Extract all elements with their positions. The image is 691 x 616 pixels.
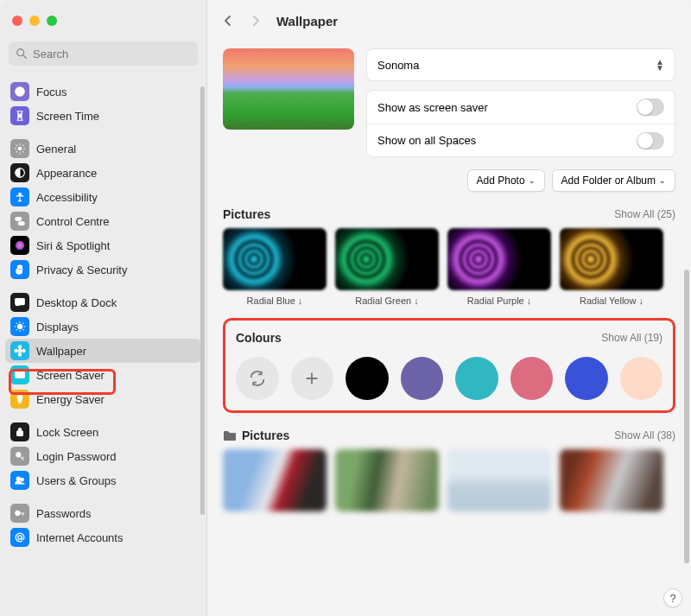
colour-swatch[interactable] bbox=[401, 357, 444, 400]
sidebar-nav: FocusScreen TimeGeneralAppearanceAccessi… bbox=[0, 71, 206, 616]
appearance-icon bbox=[10, 163, 29, 182]
sidebar-item-focus[interactable]: Focus bbox=[5, 79, 201, 104]
sidebar-item-label: Wallpaper bbox=[36, 345, 86, 358]
forward-button[interactable] bbox=[250, 16, 261, 26]
user-picture-thumb[interactable] bbox=[223, 449, 326, 511]
sidebar-item-login-password[interactable]: Login Password bbox=[5, 444, 201, 468]
user-picture-thumb[interactable] bbox=[560, 449, 663, 511]
sidebar-item-displays[interactable]: Displays bbox=[5, 314, 201, 339]
wallpaper-name-select[interactable]: Sonoma ▲▼ bbox=[366, 48, 675, 81]
sidebar-item-label: Energy Saver bbox=[36, 393, 105, 406]
thumbnail-label: Radial Green ↓ bbox=[355, 295, 418, 306]
at-icon bbox=[10, 528, 29, 547]
add-photo-button[interactable]: Add Photo⌄ bbox=[467, 169, 545, 192]
sidebar-item-label: Lock Screen bbox=[36, 426, 98, 439]
sidebar-item-wallpaper[interactable]: Wallpaper bbox=[5, 339, 201, 363]
page-title: Wallpaper bbox=[276, 14, 338, 29]
sidebar-item-general[interactable]: General bbox=[5, 137, 201, 161]
sidebar-item-label: Desktop & Dock bbox=[36, 296, 117, 309]
colour-swatch[interactable] bbox=[455, 357, 498, 400]
wallpaper-preview[interactable] bbox=[223, 48, 354, 130]
sidebar-item-users-groups[interactable]: Users & Groups bbox=[5, 468, 201, 492]
sidebar-item-label: Appearance bbox=[36, 167, 97, 180]
lock-icon bbox=[10, 422, 29, 441]
minimize-button[interactable] bbox=[29, 16, 40, 26]
search-field[interactable] bbox=[9, 41, 198, 66]
colour-swatch[interactable] bbox=[510, 357, 554, 400]
hand-icon bbox=[10, 260, 29, 279]
gear-icon bbox=[10, 139, 29, 158]
wallpaper-thumbnail[interactable] bbox=[447, 228, 551, 290]
svg-point-2 bbox=[16, 87, 25, 97]
sidebar-item-label: Login Password bbox=[36, 450, 117, 463]
sidebar-item-label: Users & Groups bbox=[36, 474, 116, 487]
sidebar-item-control-centre[interactable]: Control Centre bbox=[5, 209, 201, 233]
svg-rect-19 bbox=[17, 431, 23, 435]
hourglass-icon bbox=[10, 106, 29, 125]
section-title: Pictures bbox=[223, 429, 289, 442]
colour-swatch[interactable] bbox=[346, 357, 389, 400]
show-all-user-pics[interactable]: Show All (38) bbox=[614, 429, 675, 441]
screensaver-icon bbox=[10, 365, 29, 384]
thumbnail-label: Radial Purple ↓ bbox=[467, 295, 532, 306]
svg-point-21 bbox=[16, 477, 20, 480]
add-colour-button[interactable] bbox=[291, 357, 334, 400]
sidebar-item-lock-screen[interactable]: Lock Screen bbox=[5, 420, 201, 444]
sidebar-item-label: Focus bbox=[36, 86, 67, 98]
traffic-lights bbox=[12, 16, 57, 26]
svg-rect-7 bbox=[18, 222, 24, 225]
wallpaper-thumbnail[interactable] bbox=[560, 228, 663, 290]
toggle-label: Show on all Spaces bbox=[377, 134, 476, 147]
zoom-button[interactable] bbox=[47, 16, 57, 26]
sun-icon bbox=[10, 317, 29, 336]
sidebar-item-screen-saver[interactable]: Screen Saver bbox=[5, 363, 201, 387]
sidebar-item-label: Siri & Spotlight bbox=[36, 239, 110, 252]
svg-rect-10 bbox=[16, 304, 20, 306]
key-icon bbox=[10, 504, 29, 523]
moon-icon bbox=[10, 82, 29, 101]
sidebar-scrollbar[interactable] bbox=[200, 86, 205, 515]
sidebar-item-internet-accounts[interactable]: Internet Accounts bbox=[5, 525, 201, 549]
section-title: Pictures bbox=[223, 207, 270, 221]
wallpaper-thumbnail[interactable] bbox=[223, 228, 326, 290]
colour-swatch[interactable] bbox=[620, 357, 663, 400]
colour-swatch[interactable] bbox=[565, 357, 608, 400]
sidebar-item-passwords[interactable]: Passwords bbox=[5, 501, 201, 525]
close-button[interactable] bbox=[12, 16, 22, 26]
sidebar-item-siri-spotlight[interactable]: Siri & Spotlight bbox=[5, 233, 201, 257]
user-picture-thumb[interactable] bbox=[335, 449, 439, 511]
chevron-updown-icon: ▲▼ bbox=[656, 59, 664, 71]
svg-point-15 bbox=[15, 349, 18, 352]
show-all-pictures[interactable]: Show All (25) bbox=[614, 208, 675, 220]
svg-rect-6 bbox=[16, 218, 22, 221]
sidebar-item-label: Screen Saver bbox=[36, 369, 105, 382]
thumbnail-label: Radial Blue ↓ bbox=[247, 295, 303, 306]
caret-down-icon: ⌄ bbox=[529, 176, 536, 185]
toggle-all-spaces: Show on all Spaces bbox=[367, 124, 675, 156]
help-button[interactable]: ? bbox=[663, 588, 682, 607]
sidebar-item-label: Screen Time bbox=[36, 110, 99, 123]
desktop-icon bbox=[10, 293, 29, 312]
switches-icon bbox=[10, 212, 29, 231]
show-all-colours[interactable]: Show All (19) bbox=[601, 332, 662, 344]
svg-point-13 bbox=[18, 346, 22, 349]
add-folder-button[interactable]: Add Folder or Album⌄ bbox=[552, 169, 675, 192]
sidebar-item-appearance[interactable]: Appearance bbox=[5, 161, 201, 185]
sidebar-item-screen-time[interactable]: Screen Time bbox=[5, 104, 201, 128]
thumbnail-label: Radial Yellow ↓ bbox=[580, 295, 643, 306]
toggle-screen-saver: Show as screen saver bbox=[367, 91, 675, 124]
dynamic-colour-button[interactable] bbox=[236, 357, 279, 400]
search-input[interactable] bbox=[33, 48, 191, 60]
switch-screen-saver[interactable] bbox=[637, 98, 664, 116]
sidebar-item-privacy-security[interactable]: Privacy & Security bbox=[5, 257, 201, 282]
sidebar-item-desktop-dock[interactable]: Desktop & Dock bbox=[5, 290, 201, 314]
content-scrollbar[interactable] bbox=[684, 270, 689, 563]
section-pictures: Pictures Show All (25) Radial Blue ↓Radi… bbox=[223, 207, 675, 306]
back-button[interactable] bbox=[223, 16, 233, 26]
sidebar-item-accessibility[interactable]: Accessibility bbox=[5, 185, 201, 209]
wallpaper-thumbnail[interactable] bbox=[335, 228, 439, 290]
sidebar-item-energy-saver[interactable]: Energy Saver bbox=[5, 387, 201, 411]
user-picture-thumb[interactable] bbox=[447, 449, 551, 511]
accessibility-icon bbox=[10, 187, 29, 206]
switch-all-spaces[interactable] bbox=[637, 132, 664, 149]
